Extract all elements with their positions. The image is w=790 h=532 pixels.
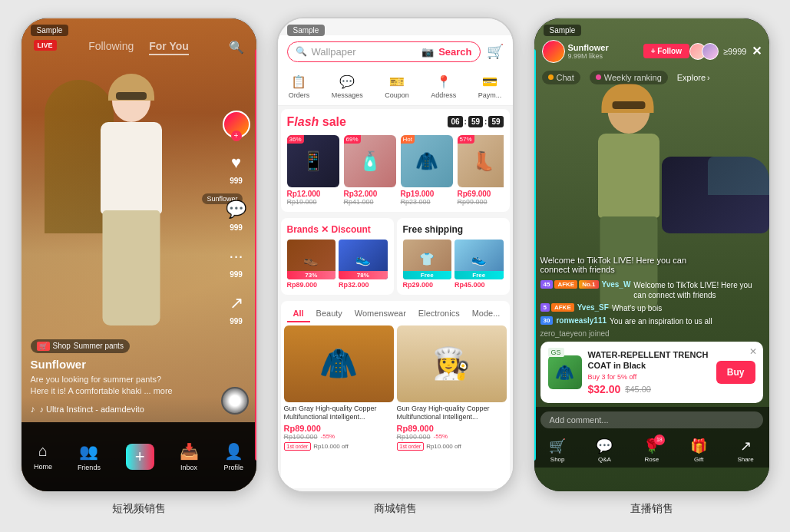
search-button[interactable]: Search xyxy=(438,46,471,58)
gift-action-icon: 🎁 xyxy=(690,438,707,454)
p3-head xyxy=(607,88,650,134)
share-group: ↗ 999 xyxy=(224,291,249,325)
msg-2-badges: 5 AFKE xyxy=(540,303,574,312)
cat-electronics[interactable]: Electronics xyxy=(412,306,466,322)
search-box[interactable]: 🔍 Wallpaper 📷 Search xyxy=(287,41,481,62)
nav-coupon[interactable]: 🎫 Coupon xyxy=(385,74,409,99)
flash-product-2[interactable]: 🧴 69% Rp32.000 Rp41.000 xyxy=(344,135,396,206)
brands-x: ✕ xyxy=(321,224,331,235)
nav-messages[interactable]: 💬 Messages xyxy=(332,74,363,99)
person-pants xyxy=(102,210,160,325)
flash-product-1-img: 📱 36% xyxy=(287,135,339,187)
cat-beauty[interactable]: Beauty xyxy=(310,306,349,322)
p3-creator-avatar[interactable] xyxy=(542,40,565,63)
product-1-orig: Rp19.000 xyxy=(287,198,339,206)
search-icon[interactable]: 🔍 xyxy=(229,40,244,55)
follow-plus[interactable]: + xyxy=(231,131,242,141)
product-4-icon: 👢 xyxy=(472,150,495,172)
product-4-price: Rp69.000 xyxy=(458,190,504,198)
msg-4-joined: zero_taeyeon joined xyxy=(540,329,610,338)
p3-followers: 9.99M likes xyxy=(568,52,609,60)
popup-product-orig: $45.00 xyxy=(625,385,651,394)
nav-inbox[interactable]: 📥 Inbox xyxy=(180,442,199,471)
create-icon[interactable]: + xyxy=(126,444,154,470)
comment-icon[interactable]: 💬 xyxy=(224,197,249,222)
flash-product-4[interactable]: 👢 57% Rp69.000 Rp99.000 xyxy=(458,135,504,206)
nav-orders[interactable]: 📋 Orders xyxy=(289,74,310,99)
home-icon: ⌂ xyxy=(38,442,48,460)
p3-username: Sunflower xyxy=(568,43,609,52)
camera-icon[interactable]: 📷 xyxy=(421,46,434,58)
trench1-icon: 🧥 xyxy=(319,345,358,382)
product-2-orig: Rp41.000 xyxy=(344,198,396,206)
search-input[interactable]: Wallpaper xyxy=(312,46,418,58)
grid-item-2-discount: -55% xyxy=(434,433,448,440)
p3-action-share[interactable]: ↗ Share xyxy=(737,438,753,463)
p3-action-rose[interactable]: 🌹 18 Rose xyxy=(643,438,660,463)
p3-explore-tab[interactable]: Explore › xyxy=(677,71,710,84)
p3-ranking-tab[interactable]: Weekly ranking xyxy=(590,71,668,84)
orders-icon: 📋 xyxy=(291,74,306,89)
phone2-caption: 商城销售 xyxy=(374,502,417,516)
tab-foryou[interactable]: For You xyxy=(149,40,189,55)
cat-more[interactable]: Mode... xyxy=(466,306,507,322)
nav-home[interactable]: ⌂ Home xyxy=(34,442,52,471)
product-1-badge: 36% xyxy=(287,135,304,144)
p3-follow-button[interactable]: + Follow xyxy=(643,44,689,58)
grid-item-2[interactable]: 👩‍🍳 Gun Gray High-quality Copper Multifu… xyxy=(397,325,507,485)
nav-address[interactable]: 📍 Address xyxy=(431,74,456,99)
msg-1-badge-3: No.1 xyxy=(579,280,598,289)
p3-action-gift[interactable]: 🎁 Gift xyxy=(690,438,707,463)
nav-profile[interactable]: 👤 Profile xyxy=(223,442,243,471)
share-icon[interactable]: ↗ xyxy=(224,291,249,316)
chat-msg-1: 45 AFKE No.1 Yves_W Welcome to TikTok LI… xyxy=(540,280,763,300)
nav-payment[interactable]: 💳 Paym... xyxy=(478,74,502,99)
freeship-product-2[interactable]: 👟 Free Rp45.000 xyxy=(454,240,504,289)
p3-chat-tab[interactable]: Chat xyxy=(542,71,580,84)
grid-item-1[interactable]: 🧥 Gun Gray High-quality Copper Multifunc… xyxy=(284,325,394,485)
more-icon[interactable]: ··· xyxy=(224,244,249,269)
shoe1-icon: 👞 xyxy=(303,252,319,266)
popup-product-title: WATER-REPELLENT TRENCH COAT in Black xyxy=(588,349,710,372)
tab-following[interactable]: Following xyxy=(88,40,134,55)
product-2-price: Rp32.000 xyxy=(344,190,396,198)
p3-action-qa[interactable]: 💬 Q&A xyxy=(596,438,613,463)
shop-tag[interactable]: 🛒 Shop Summer pants xyxy=(31,339,130,353)
p3-comment-input[interactable]: Add comment... xyxy=(540,411,763,428)
creator-avatar[interactable]: + xyxy=(223,111,250,138)
creator-username: Sunflower xyxy=(31,358,210,371)
cart-icon[interactable]: 🛒 xyxy=(487,43,504,60)
p3-buy-button[interactable]: Buy xyxy=(716,361,755,384)
flash-product-1[interactable]: 📱 36% Rp12.000 Rp19.000 xyxy=(287,135,339,206)
popup-close-button[interactable]: ✕ xyxy=(749,346,757,357)
cat-all[interactable]: All xyxy=(287,306,310,322)
freeship-product-1[interactable]: 👕 Free Rp29.000 xyxy=(403,240,452,289)
cat-womenswear[interactable]: Womenswear xyxy=(349,306,412,322)
chat-tab-label: Chat xyxy=(557,73,574,82)
payment-icon: 💳 xyxy=(482,74,497,89)
nav-friends[interactable]: 👥 Friends xyxy=(78,442,101,471)
timer-hours: 06 xyxy=(448,116,462,127)
flash-f: F xyxy=(287,115,295,128)
heart-icon[interactable]: ♥ xyxy=(224,150,249,175)
phone2-inner: Sample 🔍 Wallpaper 📷 Search 🛒 📋 Or xyxy=(278,18,513,491)
brands-product-2[interactable]: 👟 78% Rp32.000 xyxy=(339,240,388,289)
p3-action-shop[interactable]: 🛒 Shop xyxy=(549,438,566,463)
freeship-product-2-img: 👟 Free xyxy=(454,240,504,279)
p3-mini-avatar-2 xyxy=(702,43,719,60)
p3-chat-area: Welcome to TikTok LIVE! Here you can con… xyxy=(534,256,769,338)
timer-sep1: : xyxy=(464,117,467,126)
p3-comment-row: Add comment... xyxy=(534,407,769,433)
product-3-badge: Hot xyxy=(401,135,415,144)
p3-close-button[interactable]: ✕ xyxy=(752,44,762,58)
product-4-orig: Rp99.000 xyxy=(458,198,504,206)
friends-icon: 👥 xyxy=(79,442,98,461)
product-grid: 🧥 Gun Gray High-quality Copper Multifunc… xyxy=(281,322,510,488)
phone3-caption: 直播销售 xyxy=(630,502,673,516)
nav-create[interactable]: + xyxy=(126,444,154,470)
grid-item-1-discount: -55% xyxy=(321,433,336,440)
flash-product-3[interactable]: 🧥 Hot Rp19.000 Rp23.000 xyxy=(401,135,453,206)
msg-4-name: zero_taeyeon xyxy=(540,329,587,338)
share-count: 999 xyxy=(230,317,243,325)
brands-product-1[interactable]: 👞 73% Rp89.000 xyxy=(287,240,336,289)
